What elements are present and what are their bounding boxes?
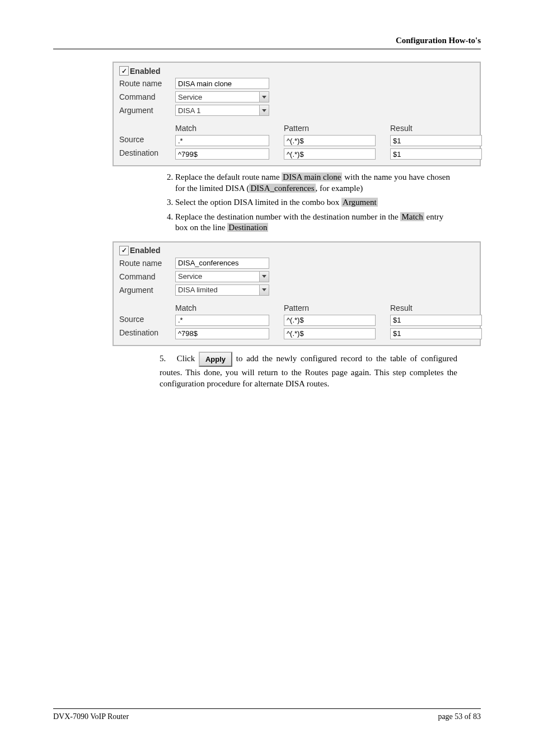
route-name-label: Route name: [119, 79, 175, 88]
chevron-down-icon: [259, 92, 269, 102]
enabled-label: Enabled: [130, 246, 160, 255]
source-row-label: Source: [119, 315, 175, 326]
col-match-header: Match: [175, 124, 284, 133]
step-4: Replace the destination number with the …: [175, 212, 457, 234]
command-label: Command: [119, 272, 175, 281]
route-form-panel-1: ✓ Enabled Route name Command Service Arg…: [113, 62, 481, 166]
chevron-down-icon: [259, 105, 269, 115]
destination-pattern-input[interactable]: [284, 328, 376, 339]
source-result-input[interactable]: [390, 315, 482, 326]
command-select[interactable]: Service: [175, 271, 269, 282]
highlight-text: Argument: [341, 198, 378, 207]
source-match-input[interactable]: [175, 135, 269, 146]
destination-result-input[interactable]: [390, 328, 482, 339]
chevron-down-icon: [259, 272, 269, 282]
route-name-input[interactable]: [175, 78, 269, 89]
step-3: Select the option DISA limited in the co…: [175, 197, 457, 208]
highlight-text: DISA_conferences: [249, 184, 315, 193]
source-result-input[interactable]: [390, 135, 482, 146]
enabled-label: Enabled: [130, 67, 160, 76]
footer-page-number: page 53 of 83: [438, 712, 481, 721]
highlight-text: Destination: [227, 223, 268, 232]
command-label: Command: [119, 92, 175, 101]
command-select-value: Service: [178, 272, 202, 281]
route-form-panel-2: ✓ Enabled Route name Command Service Arg…: [113, 241, 481, 346]
col-pattern-header: Pattern: [284, 304, 390, 312]
col-result-header: Result: [390, 124, 474, 133]
col-result-header: Result: [390, 304, 474, 312]
argument-label: Argument: [119, 106, 175, 115]
footer-product: DVX-7090 VoIP Router: [53, 712, 129, 721]
source-match-input[interactable]: [175, 315, 269, 326]
source-pattern-input[interactable]: [284, 135, 376, 146]
header-divider: [53, 49, 481, 49]
destination-row-label: Destination: [119, 148, 175, 160]
instruction-list: Replace the default route name DISA main…: [160, 172, 457, 234]
argument-select-value: DISA 1: [178, 106, 200, 115]
argument-select[interactable]: DISA 1: [175, 105, 269, 116]
chevron-down-icon: [259, 285, 269, 295]
source-pattern-input[interactable]: [284, 315, 376, 326]
col-match-header: Match: [175, 304, 284, 312]
command-select-value: Service: [178, 93, 202, 101]
footer-divider: [53, 708, 481, 709]
col-pattern-header: Pattern: [284, 124, 390, 133]
page-footer: DVX-7090 VoIP Router page 53 of 83: [53, 708, 481, 721]
highlight-text: DISA main clone: [282, 172, 342, 181]
source-row-label: Source: [119, 135, 175, 146]
destination-row-label: Destination: [119, 328, 175, 339]
route-name-input[interactable]: [175, 258, 269, 269]
apply-button[interactable]: Apply: [199, 352, 232, 367]
destination-match-input[interactable]: [175, 148, 269, 160]
command-select[interactable]: Service: [175, 91, 269, 102]
destination-result-input[interactable]: [390, 148, 482, 160]
argument-select-value: DISA limited: [178, 286, 218, 294]
step-5: 5. Click Apply to add the newly configur…: [160, 352, 457, 390]
destination-pattern-input[interactable]: [284, 148, 376, 160]
route-name-label: Route name: [119, 259, 175, 268]
step-5-number: 5.: [160, 353, 173, 364]
argument-label: Argument: [119, 286, 175, 295]
argument-select[interactable]: DISA limited: [175, 284, 269, 296]
enabled-checkbox[interactable]: ✓: [119, 246, 129, 255]
enabled-checkbox[interactable]: ✓: [119, 66, 129, 76]
page-header-title: Configuration How-to's: [53, 36, 481, 49]
destination-match-input[interactable]: [175, 328, 269, 339]
highlight-text: Match: [400, 212, 424, 221]
step-2: Replace the default route name DISA main…: [175, 172, 457, 194]
